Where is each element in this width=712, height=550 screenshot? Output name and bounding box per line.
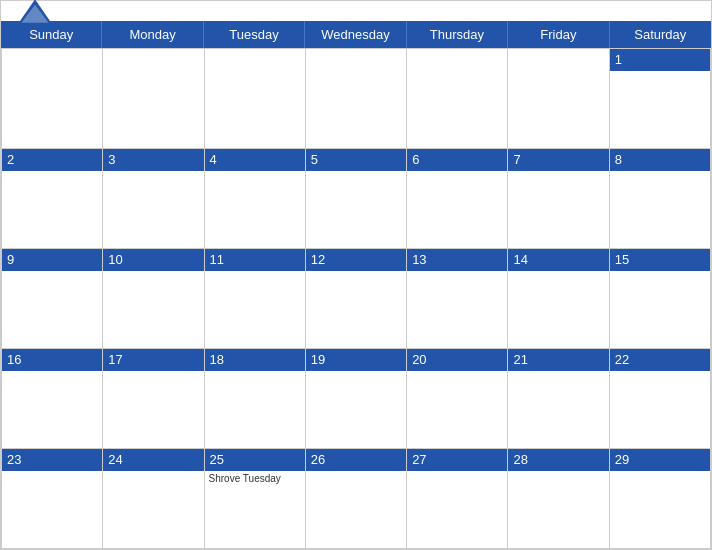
date-num: 22 [610, 349, 710, 371]
cal-cell-week0-day4 [407, 49, 508, 149]
cal-cell-week0-day1 [103, 49, 204, 149]
cal-cell-week3-day0: 16 [2, 349, 103, 449]
date-num: 3 [103, 149, 203, 171]
cal-cell-week0-day5 [508, 49, 609, 149]
cal-cell-week1-day0: 2 [2, 149, 103, 249]
date-num: 15 [610, 249, 710, 271]
cal-cell-week3-day6: 22 [610, 349, 711, 449]
day-headers: Sunday Monday Tuesday Wednesday Thursday… [1, 21, 711, 48]
day-header-saturday: Saturday [610, 21, 711, 48]
cal-cell-week1-day5: 7 [508, 149, 609, 249]
date-num: 16 [2, 349, 102, 371]
calendar-grid: 1234567891011121314151617181920212223242… [1, 48, 711, 549]
date-num: 18 [205, 349, 305, 371]
date-num: 13 [407, 249, 507, 271]
date-num: 10 [103, 249, 203, 271]
cal-cell-week4-day4: 27 [407, 449, 508, 549]
cal-cell-week4-day0: 23 [2, 449, 103, 549]
date-num: 11 [205, 249, 305, 271]
date-num: 5 [306, 149, 406, 171]
date-num: 4 [205, 149, 305, 171]
day-header-sunday: Sunday [1, 21, 102, 48]
cal-cell-week1-day4: 6 [407, 149, 508, 249]
cal-cell-week2-day3: 12 [306, 249, 407, 349]
cal-cell-week2-day6: 15 [610, 249, 711, 349]
day-header-thursday: Thursday [407, 21, 508, 48]
cal-cell-week4-day1: 24 [103, 449, 204, 549]
cal-cell-week3-day3: 19 [306, 349, 407, 449]
date-num: 29 [610, 449, 710, 471]
cal-cell-week4-day2: 25Shrove Tuesday [205, 449, 306, 549]
date-num: 6 [407, 149, 507, 171]
cal-cell-week2-day0: 9 [2, 249, 103, 349]
day-header-tuesday: Tuesday [204, 21, 305, 48]
date-num: 1 [610, 49, 710, 71]
cal-cell-week3-day4: 20 [407, 349, 508, 449]
cal-cell-week1-day1: 3 [103, 149, 204, 249]
date-num: 20 [407, 349, 507, 371]
cal-cell-week2-day4: 13 [407, 249, 508, 349]
date-num: 24 [103, 449, 203, 471]
cal-cell-week3-day5: 21 [508, 349, 609, 449]
cal-cell-week4-day5: 28 [508, 449, 609, 549]
cal-cell-week2-day5: 14 [508, 249, 609, 349]
cal-cell-week4-day6: 29 [610, 449, 711, 549]
cal-cell-week0-day6: 1 [610, 49, 711, 149]
cal-cell-week0-day0 [2, 49, 103, 149]
calendar-wrapper: Sunday Monday Tuesday Wednesday Thursday… [0, 0, 712, 550]
cal-cell-week1-day2: 4 [205, 149, 306, 249]
date-num: 25 [205, 449, 305, 471]
date-num: 7 [508, 149, 608, 171]
logo-icon [17, 0, 53, 25]
cal-cell-week1-day6: 8 [610, 149, 711, 249]
date-num: 26 [306, 449, 406, 471]
event-label: Shrove Tuesday [205, 471, 305, 486]
calendar-header [1, 1, 711, 21]
cal-cell-week0-day3 [306, 49, 407, 149]
date-num: 17 [103, 349, 203, 371]
day-header-friday: Friday [508, 21, 609, 48]
cal-cell-week4-day3: 26 [306, 449, 407, 549]
logo [17, 0, 57, 25]
date-num: 12 [306, 249, 406, 271]
cal-cell-week1-day3: 5 [306, 149, 407, 249]
cal-cell-week3-day1: 17 [103, 349, 204, 449]
date-num: 27 [407, 449, 507, 471]
date-num: 8 [610, 149, 710, 171]
day-header-wednesday: Wednesday [305, 21, 406, 48]
date-num: 23 [2, 449, 102, 471]
day-header-monday: Monday [102, 21, 203, 48]
date-num: 2 [2, 149, 102, 171]
cal-cell-week3-day2: 18 [205, 349, 306, 449]
cal-cell-week0-day2 [205, 49, 306, 149]
date-num: 14 [508, 249, 608, 271]
cal-cell-week2-day1: 10 [103, 249, 204, 349]
date-num: 28 [508, 449, 608, 471]
date-num: 21 [508, 349, 608, 371]
date-num: 19 [306, 349, 406, 371]
cal-cell-week2-day2: 11 [205, 249, 306, 349]
date-num: 9 [2, 249, 102, 271]
